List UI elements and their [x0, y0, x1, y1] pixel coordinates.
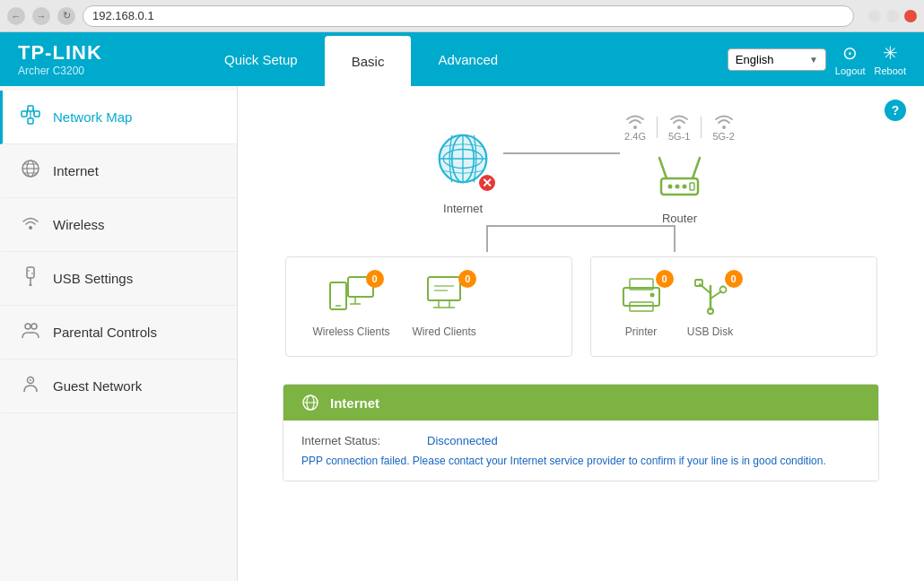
logout-button[interactable]: ⊙ Logout [835, 42, 866, 76]
window-controls [868, 10, 917, 22]
sidebar-item-wireless[interactable]: Wireless [0, 198, 237, 252]
svg-rect-2 [34, 111, 39, 117]
header-right: English ▼ ⊙ Logout ✳ Reboot [728, 42, 924, 76]
router-icon-wrap[interactable] [648, 151, 710, 204]
svg-point-19 [31, 324, 37, 329]
svg-line-57 [710, 291, 721, 299]
svg-point-34 [667, 184, 672, 188]
sidebar-item-network-map[interactable]: Network Map [0, 91, 237, 144]
connectors-row [391, 225, 771, 252]
sidebar-label-parental-controls: Parental Controls [53, 325, 157, 340]
header: TP-LINK Archer C3200 Quick Setup Basic A… [0, 32, 924, 86]
address-bar[interactable]: 192.168.0.1 [83, 5, 854, 27]
reboot-button[interactable]: ✳ Reboot [875, 42, 906, 76]
sidebar-item-guest-network[interactable]: Guest Network [0, 360, 237, 413]
reload-button[interactable]: ↻ [57, 7, 75, 25]
router-label: Router [662, 212, 697, 225]
wifi-5g2-label: 5G-2 [712, 131, 734, 142]
status-body: Internet Status: Disconnected PPP connec… [283, 421, 878, 481]
wired-clients-item[interactable]: 0 Wired Clients [413, 275, 476, 338]
guest-network-icon [21, 374, 40, 398]
wired-clients-count: 0 [458, 270, 476, 288]
printer-count: 0 [656, 270, 674, 288]
printer-item[interactable]: 0 Printer [618, 275, 665, 338]
app-container: TP-LINK Archer C3200 Quick Setup Basic A… [0, 32, 924, 581]
sidebar-label-guest-network: Guest Network [53, 378, 142, 394]
sidebar-item-parental-controls[interactable]: Parental Controls [0, 306, 237, 360]
svg-point-29 [677, 126, 681, 129]
sidebar-item-internet[interactable]: Internet [0, 144, 237, 198]
status-header-title: Internet [330, 395, 379, 411]
reboot-icon: ✳ [883, 42, 898, 64]
svg-point-15 [30, 284, 32, 287]
logo-model: Archer C3200 [18, 65, 197, 77]
dot2 [886, 10, 899, 22]
forward-button[interactable]: → [32, 7, 50, 25]
svg-point-36 [682, 184, 686, 188]
wireless-icon [21, 212, 40, 237]
status-key: Internet Status: [301, 434, 409, 447]
tab-quick-setup[interactable]: Quick Setup [197, 32, 325, 86]
status-row: Internet Status: Disconnected [301, 434, 860, 447]
usb-disk-count: 0 [725, 270, 743, 288]
wifi-band-24g: 2.4G [624, 113, 646, 142]
internet-icon-wrap[interactable]: ✕ [427, 123, 499, 195]
usb-settings-icon [21, 266, 40, 290]
svg-rect-49 [623, 288, 659, 306]
top-row: ✕ Internet [265, 113, 897, 225]
svg-rect-1 [28, 106, 33, 111]
sidebar: Network Map Internet [0, 86, 238, 581]
logo-area: TP-LINK Archer C3200 [18, 41, 197, 77]
tab-basic[interactable]: Basic [325, 36, 412, 86]
internet-icon [21, 159, 40, 183]
internet-status-section: Internet Internet Status: Disconnected P… [283, 384, 879, 481]
browser-chrome: ← → ↻ 192.168.0.1 [0, 0, 924, 32]
sidebar-label-wireless: Wireless [53, 217, 105, 232]
internet-label: Internet [443, 202, 483, 215]
usb-disk-item[interactable]: 0 USB Disk [687, 275, 734, 338]
svg-point-52 [649, 293, 654, 298]
language-select[interactable]: English ▼ [728, 48, 826, 71]
printer-label: Printer [625, 325, 657, 338]
dot1 [868, 10, 881, 22]
router-node: 2.4G 5G-1 [624, 113, 735, 225]
network-map-area: ? [238, 86, 924, 508]
logout-icon: ⊙ [842, 42, 858, 64]
wifi-divider-1 [657, 117, 658, 138]
connection-line [503, 152, 620, 154]
peripherals-card: 0 Printer [590, 256, 877, 357]
wireless-clients-label: Wireless Clients [313, 325, 390, 338]
svg-line-32 [659, 158, 667, 178]
sidebar-item-usb-settings[interactable]: USB Settings [0, 252, 237, 306]
parental-controls-icon [21, 320, 40, 344]
svg-point-54 [708, 308, 713, 314]
wifi-divider-2 [701, 117, 702, 138]
tab-advanced[interactable]: Advanced [411, 32, 525, 86]
back-button[interactable]: ← [7, 7, 25, 25]
svg-line-33 [693, 158, 700, 178]
dot3 [904, 10, 917, 22]
svg-point-21 [30, 379, 31, 381]
network-map-icon [21, 105, 40, 129]
status-header: Internet [283, 385, 878, 421]
wifi-24g-label: 2.4G [624, 131, 646, 142]
error-badge: ✕ [477, 173, 497, 193]
wifi-band-5g1: 5G-1 [668, 113, 690, 142]
usb-disk-label: USB Disk [687, 325, 733, 338]
svg-point-35 [675, 184, 679, 188]
svg-point-58 [719, 287, 726, 293]
network-diagram: ✕ Internet [265, 104, 897, 375]
svg-rect-3 [28, 118, 33, 124]
globe-status-icon [301, 394, 319, 412]
status-message: PPP connection failed. Please contact yo… [301, 455, 860, 467]
sidebar-label-usb-settings: USB Settings [53, 271, 133, 286]
main-content: ? [238, 86, 924, 581]
svg-point-28 [633, 126, 637, 129]
svg-rect-43 [428, 277, 460, 300]
status-value: Disconnected [427, 434, 498, 447]
wireless-clients-item[interactable]: 0 Wireless Clients [313, 275, 390, 338]
language-value: English [736, 53, 774, 66]
wired-clients-label: Wired Clients [413, 325, 476, 338]
sidebar-label-network-map: Network Map [53, 109, 132, 125]
clients-card: 0 Wireless Clients [285, 256, 572, 357]
